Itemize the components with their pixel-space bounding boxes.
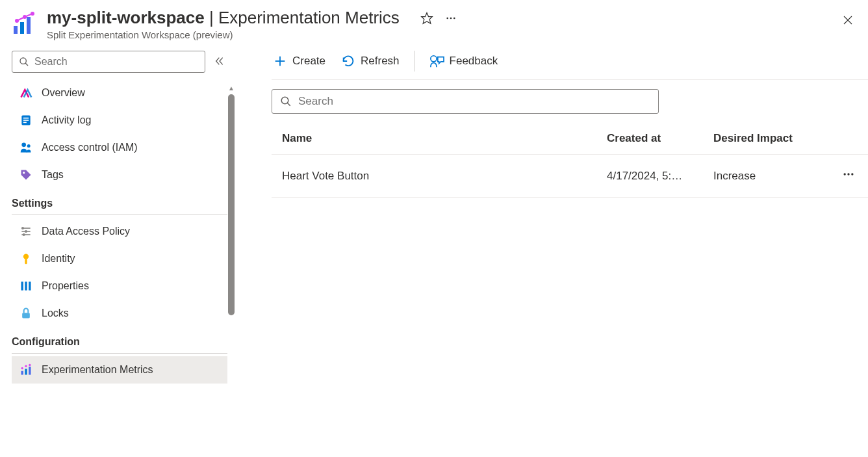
svg-line-43 <box>287 103 290 106</box>
svg-rect-0 <box>14 26 18 34</box>
cell-created-at: 4/17/2024, 5:… <box>607 170 713 183</box>
sidebar-item-access-control[interactable]: Access control (IAM) <box>12 134 227 161</box>
identity-icon <box>19 252 32 265</box>
main-search-input[interactable] <box>298 95 650 108</box>
more-horizontal-icon[interactable] <box>445 12 457 26</box>
sidebar-item-label: Overview <box>42 87 85 99</box>
refresh-button[interactable]: Refresh <box>340 51 401 71</box>
sidebar-item-overview[interactable]: Overview <box>12 79 227 107</box>
svg-rect-16 <box>23 120 29 121</box>
data-access-policy-icon <box>19 225 32 238</box>
page-title: my-split-workspace | Experimentation Met… <box>47 8 400 28</box>
svg-line-13 <box>25 63 28 66</box>
metrics-table: Name Created at Desired Impact Heart Vot… <box>272 123 868 198</box>
svg-point-9 <box>453 18 455 20</box>
svg-point-41 <box>430 56 436 62</box>
overview-icon <box>19 86 32 99</box>
svg-rect-1 <box>20 22 24 34</box>
feedback-icon <box>429 54 444 68</box>
sidebar: Overview Activity log Access control (IA… <box>0 46 235 450</box>
sidebar-item-experimentation-metrics[interactable]: Experimentation Metrics <box>12 356 227 384</box>
sidebar-item-tags[interactable]: Tags <box>12 161 227 189</box>
svg-point-18 <box>21 143 26 148</box>
scroll-thumb[interactable] <box>228 94 235 315</box>
page-header: my-split-workspace | Experimentation Met… <box>0 0 868 46</box>
table-header: Name Created at Desired Impact <box>272 123 868 155</box>
svg-rect-15 <box>23 118 29 119</box>
main-search-box[interactable] <box>272 89 659 114</box>
svg-point-20 <box>23 172 25 174</box>
svg-point-45 <box>847 173 849 175</box>
sidebar-item-identity[interactable]: Identity <box>12 245 227 272</box>
experimentation-metrics-icon <box>19 363 32 376</box>
locks-icon <box>19 307 32 320</box>
svg-point-27 <box>23 254 29 259</box>
access-control-icon <box>19 141 32 154</box>
search-icon <box>19 57 29 67</box>
sidebar-item-activity-log[interactable]: Activity log <box>12 107 227 134</box>
page-subtitle: Split Experimentation Workspace (preview… <box>47 29 400 40</box>
toolbar-divider <box>414 51 415 72</box>
table-row[interactable]: Heart Vote Button 4/17/2024, 5:… Increas… <box>272 155 868 198</box>
sidebar-section-settings: Settings <box>12 189 227 213</box>
svg-rect-33 <box>21 371 23 375</box>
svg-point-37 <box>25 365 27 367</box>
svg-rect-31 <box>29 281 31 290</box>
svg-point-38 <box>29 364 31 366</box>
svg-point-26 <box>23 234 25 236</box>
column-header-created-at[interactable]: Created at <box>607 132 713 145</box>
svg-point-46 <box>851 173 853 175</box>
sidebar-section-configuration: Configuration <box>12 327 227 352</box>
column-header-name[interactable]: Name <box>282 132 607 145</box>
sidebar-item-label: Locks <box>42 307 69 319</box>
collapse-sidebar-button[interactable] <box>212 53 227 71</box>
svg-point-12 <box>20 58 26 64</box>
svg-rect-32 <box>22 313 30 318</box>
more-horizontal-icon <box>842 168 855 181</box>
sidebar-item-label: Activity log <box>42 114 91 126</box>
chevron-double-left-icon <box>214 56 225 66</box>
divider <box>12 215 227 215</box>
svg-point-36 <box>21 367 23 369</box>
activity-log-icon <box>19 114 32 127</box>
main-content: Create Refresh Feedback Name Created at <box>235 46 868 450</box>
favorite-icon[interactable] <box>420 12 433 27</box>
main-search <box>272 89 659 114</box>
sidebar-item-label: Access control (IAM) <box>42 142 138 153</box>
svg-point-42 <box>281 97 288 104</box>
cell-desired-impact: Increase <box>713 170 817 183</box>
row-actions-button[interactable] <box>839 165 858 187</box>
svg-point-24 <box>22 228 24 229</box>
svg-point-7 <box>446 18 448 20</box>
sidebar-item-data-access-policy[interactable]: Data Access Policy <box>12 218 227 245</box>
sidebar-item-label: Data Access Policy <box>42 226 130 237</box>
close-button[interactable] <box>839 12 856 31</box>
sidebar-item-label: Identity <box>42 253 75 265</box>
svg-point-8 <box>450 18 452 20</box>
sidebar-scrollbar[interactable]: ▲ <box>227 85 235 397</box>
create-button[interactable]: Create <box>272 51 327 71</box>
search-icon <box>280 96 292 107</box>
sidebar-item-locks[interactable]: Locks <box>12 300 227 327</box>
sidebar-item-label: Experimentation Metrics <box>42 364 153 376</box>
feedback-button[interactable]: Feedback <box>428 51 500 71</box>
toolbar: Create Refresh Feedback <box>272 46 868 80</box>
svg-rect-29 <box>21 281 23 290</box>
sidebar-item-properties[interactable]: Properties <box>12 272 227 300</box>
scroll-up-arrow-icon[interactable]: ▲ <box>227 85 235 92</box>
sidebar-item-label: Tags <box>42 169 64 181</box>
svg-rect-35 <box>29 367 31 375</box>
sidebar-search-input[interactable] <box>34 56 198 68</box>
refresh-icon <box>341 54 355 68</box>
svg-rect-28 <box>25 259 27 264</box>
column-header-desired-impact[interactable]: Desired Impact <box>713 132 817 145</box>
sidebar-search[interactable] <box>12 51 205 73</box>
svg-point-44 <box>844 173 846 175</box>
properties-icon <box>19 280 32 293</box>
svg-rect-34 <box>25 369 27 374</box>
svg-rect-17 <box>23 122 27 124</box>
tags-icon <box>19 168 32 181</box>
svg-point-25 <box>25 231 27 233</box>
svg-marker-6 <box>422 13 433 24</box>
resource-type-icon <box>12 10 38 36</box>
